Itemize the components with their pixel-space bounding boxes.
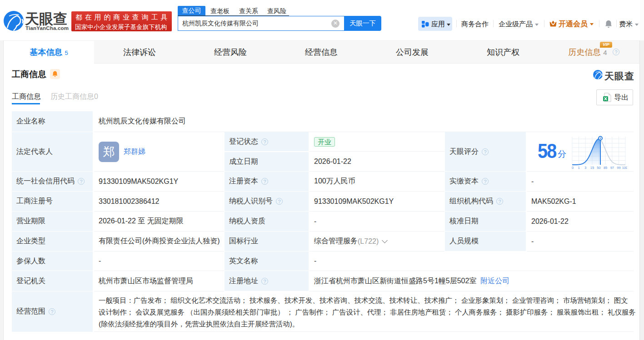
svg-text:99: 99 — [617, 166, 620, 170]
svg-text:15: 15 — [590, 166, 594, 170]
svg-text:100: 100 — [622, 166, 627, 170]
svg-text:0: 0 — [572, 166, 574, 170]
svg-text:97: 97 — [610, 166, 614, 170]
svg-text:3: 3 — [584, 166, 586, 170]
svg-text:85: 85 — [604, 166, 607, 170]
svg-text:50: 50 — [597, 166, 600, 170]
svg-text:1: 1 — [578, 166, 580, 170]
